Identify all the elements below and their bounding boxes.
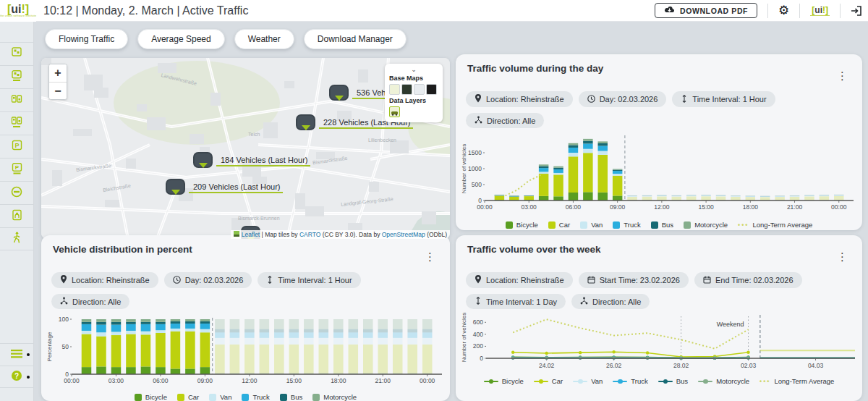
osm-link[interactable]: OpenStreetMap xyxy=(382,231,425,238)
filter-chip-direction[interactable]: Direction: Alle xyxy=(571,294,650,309)
tab-flowing-traffic[interactable]: Flowing Traffic xyxy=(45,29,128,49)
filter-chip-location[interactable]: Location: Rheinstraße xyxy=(466,272,573,288)
color-swatch xyxy=(548,221,556,229)
chip-label: Time Interval: 1 Hour xyxy=(692,95,766,104)
svg-text:03:00: 03:00 xyxy=(109,377,124,384)
header-divider xyxy=(767,4,768,18)
tab-download-manager[interactable]: Download Manager xyxy=(304,29,407,49)
legend-label: Car xyxy=(559,221,570,229)
svg-text:15:00: 15:00 xyxy=(698,203,714,211)
svg-text:100: 100 xyxy=(59,316,69,323)
panel-title: Traffic volume over the week xyxy=(467,244,601,255)
panel-menu-button[interactable]: ⋮ xyxy=(420,248,440,265)
carto-link[interactable]: CARTO xyxy=(299,231,320,238)
legend-item-motorcycle[interactable]: Motorcycle xyxy=(312,393,357,401)
panel-vehicle-distribution: Vehicle distribution in percent ⋮ Locati… xyxy=(41,235,450,401)
legend-item-car[interactable]: Car xyxy=(177,393,199,401)
vehicle-count-marker[interactable] xyxy=(329,85,349,101)
basemap-thumb-light-gray-map[interactable] xyxy=(414,84,425,95)
color-swatch xyxy=(312,394,320,401)
legend-item-van[interactable]: Van xyxy=(209,393,231,401)
legend-label: Van xyxy=(591,377,603,385)
vehicle-count-marker[interactable] xyxy=(166,179,185,195)
legend-item-bus[interactable]: Bus xyxy=(651,221,673,229)
panel-menu-button[interactable]: ⋮ xyxy=(833,248,852,265)
chip-label: Direction: Alle xyxy=(592,297,641,306)
color-swatch xyxy=(613,221,620,229)
legend-item-long-term-average[interactable]: •••Long-Term Average xyxy=(738,221,812,229)
panel-traffic-volume-week: Traffic volume over the week ⋮ Location:… xyxy=(456,235,862,401)
settings-gear-icon[interactable]: ⚙ xyxy=(778,4,789,17)
legend-item-truck[interactable]: Truck xyxy=(613,377,647,385)
filter-chip-direction[interactable]: Direction: Alle xyxy=(466,113,544,128)
filter-chip-interval[interactable]: Time Interval: 1 Hour xyxy=(672,91,775,107)
svg-text:15:00: 15:00 xyxy=(286,377,302,384)
legend-item-car[interactable]: Car xyxy=(534,377,563,385)
datalayer-thumb-traffic-cars[interactable] xyxy=(389,106,400,117)
filter-chip-calendar[interactable]: End Time: 02.03.2026 xyxy=(694,272,802,288)
sidebar-item-dual-panel[interactable] xyxy=(0,88,33,111)
legend-item-truck[interactable]: Truck xyxy=(613,221,640,229)
tab-weather[interactable]: Weather xyxy=(234,29,294,49)
marker-label: 209 Vehicles (Last Hour) xyxy=(189,182,283,193)
no-entry-icon xyxy=(11,186,22,200)
svg-text:600: 600 xyxy=(473,318,483,326)
chip-label: Time Interval: 1 Day xyxy=(486,297,557,306)
chip-label: Time Interval: 1 Hour xyxy=(278,276,352,284)
sidebar-item-traffic-board-report[interactable] xyxy=(0,65,33,88)
sidebar-item-parking-report[interactable]: P xyxy=(0,158,33,181)
legend-item-long-term-average[interactable]: •••Long-Term Average xyxy=(760,377,834,385)
direction-icon xyxy=(475,116,482,125)
legend-item-van[interactable]: Van xyxy=(573,377,603,385)
basemap-thumb-light-green-map[interactable] xyxy=(389,84,400,95)
vehicle-count-marker[interactable] xyxy=(193,152,213,168)
line-swatch xyxy=(658,379,673,384)
layers-collapse-button[interactable]: ⌄ xyxy=(389,67,438,72)
svg-text:1500: 1500 xyxy=(468,149,482,156)
panel-menu-button[interactable]: ⋮ xyxy=(833,67,852,84)
legend-item-van[interactable]: Van xyxy=(580,221,603,229)
sidebar-item-pedestrian[interactable] xyxy=(0,227,33,250)
logout-icon[interactable] xyxy=(851,6,862,16)
legend-item-motorcycle[interactable]: Motorcycle xyxy=(698,377,749,385)
sidebar-item-dual-panel-report[interactable] xyxy=(0,111,33,135)
filter-chip-clock[interactable]: Day: 02.03.2026 xyxy=(164,272,252,288)
sidebar-item-elevator[interactable] xyxy=(0,204,33,227)
legend-item-bicycle[interactable]: Bicycle xyxy=(484,377,524,385)
filter-chip-location[interactable]: Location: Rheinstraße xyxy=(51,272,158,288)
sidebar-item-parking[interactable]: P xyxy=(0,135,33,158)
download-pdf-button[interactable]: DOWNLOAD PDF xyxy=(655,3,757,18)
basemap-thumb-dark-map[interactable] xyxy=(426,84,437,95)
filter-chip-direction[interactable]: Direction: Alle xyxy=(51,294,129,309)
sidebar-item-menu[interactable] xyxy=(0,343,33,366)
legend-item-truck[interactable]: Truck xyxy=(242,393,269,401)
zoom-out-button[interactable]: − xyxy=(49,82,67,99)
filter-chip-calendar[interactable]: Start Time: 23.02.2026 xyxy=(579,272,689,288)
vehicle-count-marker[interactable] xyxy=(296,114,315,130)
legend-item-bicycle[interactable]: Bicycle xyxy=(135,393,167,401)
legend-item-car[interactable]: Car xyxy=(548,221,570,229)
sidebar-item-traffic-board[interactable] xyxy=(0,42,33,65)
filter-chip-clock[interactable]: Day: 02.03.2026 xyxy=(579,91,667,107)
legend-item-bus[interactable]: Bus xyxy=(658,377,688,385)
sidebar-item-no-entry[interactable] xyxy=(0,181,33,204)
legend-item-bus[interactable]: Bus xyxy=(280,393,302,401)
legend-label: Bicycle xyxy=(502,377,524,385)
legend-label: Long-Term Average xyxy=(775,377,835,385)
interval-icon xyxy=(266,276,273,285)
leaflet-link[interactable]: Leaflet xyxy=(242,231,260,238)
filter-chip-interval[interactable]: Time Interval: 1 Hour xyxy=(258,272,360,288)
tab-average-speed[interactable]: Average Speed xyxy=(137,29,225,49)
filter-chip-location[interactable]: Location: Rheinstraße xyxy=(466,91,573,107)
attribution-text: (CC BY 3.0). Data by xyxy=(320,231,381,238)
basemap-thumb-satellite[interactable] xyxy=(401,84,412,95)
elevator-icon xyxy=(12,209,22,224)
svg-text:Number of vehicles: Number of vehicles xyxy=(461,313,467,362)
traffic-map[interactable]: LandwehrstraßeBismarckstraßeBismarckstra… xyxy=(41,58,450,239)
filter-chip-interval[interactable]: Time Interval: 1 Day xyxy=(466,294,566,309)
legend-item-motorcycle[interactable]: Motorcycle xyxy=(684,221,728,229)
zoom-in-button[interactable]: + xyxy=(49,64,67,82)
legend-item-bicycle[interactable]: Bicycle xyxy=(506,221,538,229)
account-logo-button[interactable]: [ui!] xyxy=(810,5,830,16)
sidebar-item-help[interactable]: ? xyxy=(0,366,33,388)
